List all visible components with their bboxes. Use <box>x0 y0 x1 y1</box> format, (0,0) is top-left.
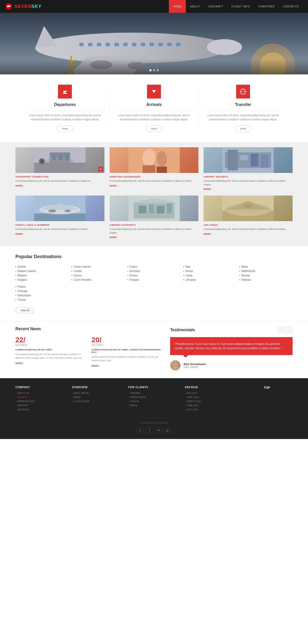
transfer-more-btn[interactable]: more <box>235 125 252 132</box>
footer-company: COMPANY › ABOUT US › CLIENTS › PRESENTAT… <box>15 386 67 412</box>
nav-contacts[interactable]: CONTACTS <box>279 0 303 13</box>
dest-item[interactable]: Norway <box>239 273 293 278</box>
view-all-button[interactable]: view all <box>15 307 35 314</box>
testimonials-title: Testimonials <box>170 328 195 332</box>
hero-dot-2[interactable] <box>153 69 155 71</box>
footer-link-apr2013[interactable]: › APRIL 2013 <box>185 396 236 398</box>
footer-top-btn[interactable]: TOP <box>241 386 293 389</box>
news-card-more-2[interactable]: MORE › <box>204 188 293 190</box>
footer-link-support[interactable]: › SUPPORT <box>15 404 67 407</box>
footer-link-promotions[interactable]: › PROMOTIONS <box>128 396 180 398</box>
svg-rect-35 <box>52 155 56 160</box>
svg-rect-44 <box>142 165 155 173</box>
hero-overlay <box>0 59 308 74</box>
footer-link-aboutus[interactable]: › ABOUT US <box>15 392 67 394</box>
dest-item[interactable]: Tunisia <box>15 298 69 302</box>
news-card-3: USEFUL LINKS & NUMBERS Consecteturadipis… <box>15 196 104 239</box>
news-date-day-0: 22/ <box>15 336 86 344</box>
footer: COMPANY › ABOUT US › CLIENTS › PRESENTAT… <box>0 378 308 439</box>
transfer-icon <box>236 85 250 99</box>
svg-rect-48 <box>228 150 238 170</box>
news-more-btn-0[interactable]: MORE › <box>15 362 86 365</box>
svg-rect-45 <box>157 167 167 173</box>
news-card-more-0[interactable]: MORE › <box>15 184 104 187</box>
social-googleplus[interactable]: g+ <box>164 427 171 434</box>
social-twitter[interactable]: 𝕏 <box>137 427 144 434</box>
dest-item[interactable]: Greece <box>127 273 181 278</box>
arrivals-more-btn[interactable]: more <box>146 125 162 132</box>
dest-item[interactable]: Latvia <box>183 273 237 278</box>
dest-item[interactable]: Jersey <box>183 269 237 273</box>
news-card-cat-0: TRANSPORT CONNECTION <box>15 175 104 178</box>
dest-item[interactable]: Netherlands <box>239 269 293 273</box>
testi-prev-btn[interactable]: ‹ <box>278 327 285 333</box>
nav-about[interactable]: ABOUT <box>186 0 204 13</box>
dest-item[interactable]: Italy <box>183 265 237 269</box>
footer-columns: COMPANY › ABOUT US › CLIENTS › PRESENTAT… <box>15 386 293 412</box>
destinations-title: Popular Destinations <box>15 254 293 259</box>
dest-item[interactable]: France <box>127 265 181 269</box>
svg-rect-37 <box>65 155 69 160</box>
social-email[interactable]: ✉ <box>155 427 162 434</box>
news-card-img-5 <box>204 196 293 221</box>
footer-link-forums[interactable]: › FORUMS <box>128 392 180 394</box>
dest-item[interactable]: Czech Republic <box>71 278 125 282</box>
news-card-4: AIRPORT AUTHORITY Consecteturadipisicing… <box>110 196 199 239</box>
dest-item[interactable]: Hungary <box>127 278 181 282</box>
departures-desc: Lorem ipsum dolor sit amet, consectetura… <box>26 113 104 122</box>
dest-item[interactable]: Belgium <box>15 273 69 278</box>
dest-item[interactable]: Lithuania <box>183 278 237 282</box>
dest-item[interactable]: Balearic Islands <box>15 269 69 273</box>
footer-link-presentation[interactable]: › PRESENTATION <box>15 400 67 403</box>
svg-point-40 <box>40 160 43 163</box>
footer-link-whatwedo[interactable]: › WHAT WE DO <box>72 392 123 394</box>
dest-item[interactable]: Canary Islands <box>71 265 125 269</box>
nav-home[interactable]: HOME <box>169 0 186 13</box>
dest-item[interactable]: Malta <box>239 265 293 269</box>
footer-link-may2013[interactable]: › MAY 2013 <box>185 392 236 394</box>
dest-col-1: Canary Islands Croatia Cyprus Czech Repu… <box>71 265 125 282</box>
dest-col-2: France Germany Greece Hungary <box>127 265 181 282</box>
departures-more-btn[interactable]: more <box>57 125 73 132</box>
footer-link-schedule[interactable]: › SCHEDULE <box>15 408 67 411</box>
svg-point-57 <box>64 210 71 212</box>
news-card-more-1[interactable]: MORE › <box>110 184 199 187</box>
news-card-img-4 <box>110 196 199 221</box>
footer-link-news2[interactable]: › NEWS <box>128 404 180 407</box>
nav-charters[interactable]: CHARTERS <box>254 0 279 13</box>
testimonials-author: Alex Greenbaum USA. Detroit <box>170 360 293 370</box>
svg-rect-16 <box>150 43 154 46</box>
dest-item[interactable]: Austria <box>15 265 69 269</box>
dest-item[interactable]: Croatia <box>71 269 125 273</box>
news-card-more-5[interactable]: MORE › <box>204 233 293 235</box>
dest-item[interactable]: Switzerland <box>15 293 69 298</box>
recent-news-items: 22/ OCT.2013 LOREM IPSUM DOLOR SIT AMET.… <box>15 336 162 367</box>
dest-item[interactable]: Pakistan <box>239 278 293 282</box>
news-card-plus-0[interactable]: + <box>98 167 103 171</box>
dest-item[interactable]: Germany <box>127 269 181 273</box>
news-more-btn-1[interactable]: MORE › <box>91 365 162 367</box>
footer-link-jul2013[interactable]: › JULY 2013 <box>185 408 236 411</box>
social-facebook[interactable]: f <box>146 427 153 434</box>
hero-dot-3[interactable] <box>157 69 159 71</box>
hero-dot-1[interactable] <box>149 69 151 71</box>
footer-link-signin[interactable]: › SIGN IN <box>128 400 180 403</box>
svg-rect-9 <box>88 43 92 46</box>
nav-aircraft[interactable]: AIRCRAFT <box>204 0 227 13</box>
news-card-more-3[interactable]: MORE › <box>15 233 104 235</box>
dest-item[interactable]: Cyprus <box>71 273 125 278</box>
svg-rect-17 <box>158 43 163 46</box>
nav-flightinfo[interactable]: FLIGHT INFO <box>227 0 254 13</box>
footer-link-news[interactable]: › NEWS <box>72 396 123 398</box>
footer-link-itsolutions[interactable]: › IT SOLUTIONS <box>72 400 123 403</box>
footer-link-clients[interactable]: › CLIENTS <box>15 396 67 398</box>
footer-link-jun2013[interactable]: › JUNE 2013 <box>185 404 236 407</box>
arrivals-desc: Lorem ipsum dolor sit amet, consectetura… <box>115 113 193 122</box>
footer-link-mar2012[interactable]: › MARCH 2012 <box>185 400 236 403</box>
dest-item[interactable]: Portugal <box>15 289 69 293</box>
news-card-more-4[interactable]: MORE › <box>110 236 199 239</box>
service-transfer: Transfer Lorem ipsum dolor sit amet, con… <box>199 85 287 132</box>
dest-item[interactable]: Poland <box>15 285 69 289</box>
dest-item[interactable]: Bulgaria <box>15 278 69 282</box>
testi-next-btn[interactable]: › <box>286 327 293 333</box>
